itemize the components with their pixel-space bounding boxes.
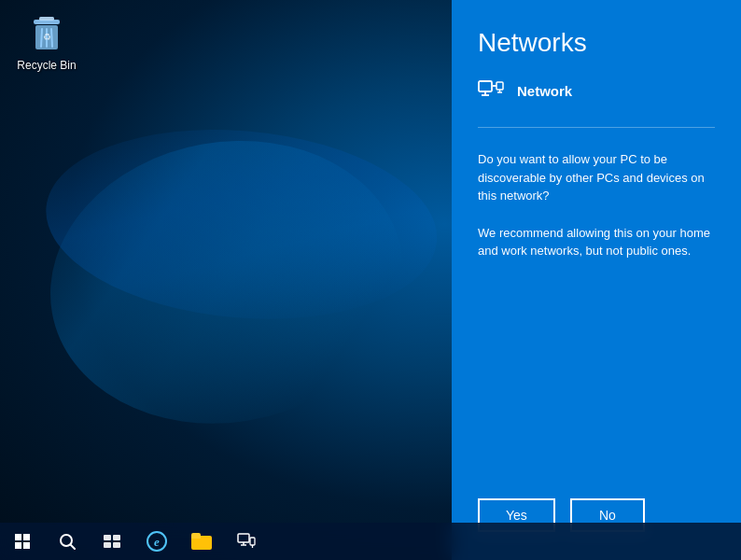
search-icon bbox=[59, 533, 76, 550]
taskbar bbox=[0, 523, 741, 560]
svg-rect-23 bbox=[250, 538, 255, 545]
svg-rect-16 bbox=[104, 535, 111, 540]
svg-rect-19 bbox=[113, 542, 120, 548]
svg-rect-11 bbox=[496, 82, 503, 90]
recycle-bin-icon[interactable]: ♻ Recycle Bin bbox=[14, 14, 79, 72]
svg-point-14 bbox=[61, 535, 72, 546]
networks-panel-title: Networks bbox=[478, 28, 715, 58]
ie-icon bbox=[147, 531, 167, 552]
svg-line-15 bbox=[71, 545, 75, 549]
internet-explorer-taskbar-icon[interactable] bbox=[134, 523, 179, 560]
network-recommendation: We recommend allowing this on your home … bbox=[478, 224, 715, 260]
svg-rect-7 bbox=[479, 81, 492, 91]
svg-line-5 bbox=[51, 29, 52, 47]
svg-text:♻: ♻ bbox=[43, 32, 51, 42]
start-button[interactable] bbox=[0, 523, 45, 560]
svg-rect-17 bbox=[113, 535, 120, 540]
network-item: Network bbox=[478, 80, 715, 101]
task-view-icon bbox=[103, 534, 121, 549]
svg-rect-18 bbox=[104, 542, 111, 548]
file-explorer-taskbar-icon[interactable] bbox=[179, 523, 224, 560]
network-name: Network bbox=[517, 83, 572, 99]
search-button[interactable] bbox=[45, 523, 90, 560]
windows-logo-icon bbox=[15, 534, 30, 549]
svg-rect-1 bbox=[39, 17, 54, 21]
folder-icon bbox=[191, 533, 212, 550]
networks-panel: Networks Network Do you want to allow yo… bbox=[452, 0, 741, 560]
svg-rect-20 bbox=[238, 534, 249, 542]
task-view-button[interactable] bbox=[90, 523, 134, 560]
extra-taskbar-icon[interactable] bbox=[224, 523, 269, 560]
network-icon bbox=[478, 80, 504, 101]
network-taskbar-icon bbox=[237, 533, 256, 550]
divider bbox=[478, 127, 715, 128]
network-description: Do you want to allow your PC to be disco… bbox=[478, 150, 715, 205]
recycle-bin-label: Recycle Bin bbox=[17, 59, 76, 72]
